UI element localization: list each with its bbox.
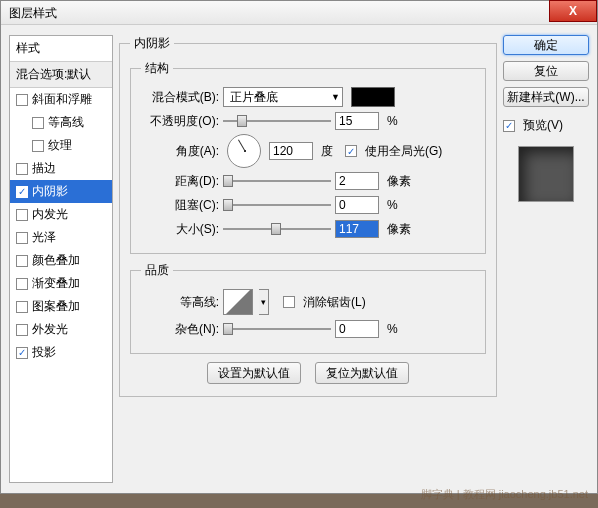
distance-input[interactable]: 2 xyxy=(335,172,379,190)
shadow-color-swatch[interactable] xyxy=(351,87,395,107)
checkbox-icon[interactable] xyxy=(32,140,44,152)
sidebar-item-inner-glow[interactable]: 内发光 xyxy=(10,203,112,226)
checkbox-icon[interactable]: ✓ xyxy=(16,347,28,359)
angle-input[interactable]: 120 xyxy=(269,142,313,160)
quality-group: 品质 等高线: ▾ 消除锯齿(L) 杂色(N): 0 % xyxy=(130,262,486,354)
settings-panel: 内阴影 结构 混合模式(B): 正片叠底 ▼ 不透明度(O): xyxy=(119,35,497,483)
contour-dropdown[interactable]: ▾ xyxy=(259,289,269,315)
sidebar-item-texture[interactable]: 纹理 xyxy=(10,134,112,157)
choke-input[interactable]: 0 xyxy=(335,196,379,214)
checkbox-icon[interactable] xyxy=(16,232,28,244)
distance-label: 距离(D): xyxy=(141,173,219,190)
noise-input[interactable]: 0 xyxy=(335,320,379,338)
structure-legend: 结构 xyxy=(141,60,173,77)
checkbox-icon[interactable] xyxy=(16,209,28,221)
angle-label: 角度(A): xyxy=(141,143,219,160)
watermark: 脚字典 | 教程网 jiaocheng.jb51.net xyxy=(421,487,588,502)
blend-options-item[interactable]: 混合选项:默认 xyxy=(10,62,112,88)
reset-default-button[interactable]: 复位为默认值 xyxy=(315,362,409,384)
titlebar: 图层样式 X xyxy=(1,1,597,25)
right-buttons: 确定 复位 新建样式(W)... ✓ 预览(V) xyxy=(503,35,589,483)
sidebar-item-satin[interactable]: 光泽 xyxy=(10,226,112,249)
size-label: 大小(S): xyxy=(141,221,219,238)
dialog-body: 样式 混合选项:默认 斜面和浮雕 等高线 纹理 描边 ✓内阴影 内发光 光泽 颜… xyxy=(1,25,597,493)
sidebar-item-stroke[interactable]: 描边 xyxy=(10,157,112,180)
noise-label: 杂色(N): xyxy=(141,321,219,338)
choke-slider[interactable] xyxy=(223,197,331,213)
style-list-header: 样式 xyxy=(10,36,112,62)
antialias-checkbox[interactable] xyxy=(283,296,295,308)
checkbox-icon[interactable] xyxy=(16,301,28,313)
opacity-input[interactable]: 15 xyxy=(335,112,379,130)
sidebar-item-gradient-overlay[interactable]: 渐变叠加 xyxy=(10,272,112,295)
antialias-label: 消除锯齿(L) xyxy=(303,294,366,311)
choke-label: 阻塞(C): xyxy=(141,197,219,214)
structure-group: 结构 混合模式(B): 正片叠底 ▼ 不透明度(O): 15 % xyxy=(130,60,486,254)
checkbox-icon[interactable] xyxy=(16,255,28,267)
panel-title: 内阴影 xyxy=(130,35,174,52)
opacity-label: 不透明度(O): xyxy=(141,113,219,130)
window-title: 图层样式 xyxy=(9,6,57,20)
close-button[interactable]: X xyxy=(549,0,597,22)
preview-label: 预览(V) xyxy=(523,117,563,134)
sidebar-item-pattern-overlay[interactable]: 图案叠加 xyxy=(10,295,112,318)
style-list: 样式 混合选项:默认 斜面和浮雕 等高线 纹理 描边 ✓内阴影 内发光 光泽 颜… xyxy=(9,35,113,483)
new-style-button[interactable]: 新建样式(W)... xyxy=(503,87,589,107)
ok-button[interactable]: 确定 xyxy=(503,35,589,55)
checkbox-icon[interactable] xyxy=(16,278,28,290)
angle-dial[interactable] xyxy=(227,134,261,168)
quality-legend: 品质 xyxy=(141,262,173,279)
checkbox-icon[interactable] xyxy=(16,324,28,336)
size-slider[interactable] xyxy=(223,221,331,237)
opacity-slider[interactable] xyxy=(223,113,331,129)
sidebar-item-outer-glow[interactable]: 外发光 xyxy=(10,318,112,341)
checkbox-icon[interactable] xyxy=(16,163,28,175)
preview-thumbnail xyxy=(518,146,574,202)
panel-fieldset: 内阴影 结构 混合模式(B): 正片叠底 ▼ 不透明度(O): xyxy=(119,35,497,397)
blend-mode-label: 混合模式(B): xyxy=(141,89,219,106)
chevron-down-icon: ▼ xyxy=(331,92,340,102)
global-light-label: 使用全局光(G) xyxy=(365,143,442,160)
size-input[interactable]: 117 xyxy=(335,220,379,238)
preview-checkbox[interactable]: ✓ xyxy=(503,120,515,132)
contour-label: 等高线: xyxy=(141,294,219,311)
sidebar-item-color-overlay[interactable]: 颜色叠加 xyxy=(10,249,112,272)
sidebar-item-inner-shadow[interactable]: ✓内阴影 xyxy=(10,180,112,203)
noise-slider[interactable] xyxy=(223,321,331,337)
global-light-checkbox[interactable]: ✓ xyxy=(345,145,357,157)
checkbox-icon[interactable] xyxy=(32,117,44,129)
layer-style-dialog: 图层样式 X 样式 混合选项:默认 斜面和浮雕 等高线 纹理 描边 ✓内阴影 内… xyxy=(0,0,598,494)
distance-slider[interactable] xyxy=(223,173,331,189)
blend-mode-select[interactable]: 正片叠底 ▼ xyxy=(223,87,343,107)
checkbox-icon[interactable]: ✓ xyxy=(16,186,28,198)
contour-picker[interactable] xyxy=(223,289,253,315)
sidebar-item-drop-shadow[interactable]: ✓投影 xyxy=(10,341,112,364)
checkbox-icon[interactable] xyxy=(16,94,28,106)
set-default-button[interactable]: 设置为默认值 xyxy=(207,362,301,384)
sidebar-item-bevel[interactable]: 斜面和浮雕 xyxy=(10,88,112,111)
cancel-button[interactable]: 复位 xyxy=(503,61,589,81)
sidebar-item-contour[interactable]: 等高线 xyxy=(10,111,112,134)
